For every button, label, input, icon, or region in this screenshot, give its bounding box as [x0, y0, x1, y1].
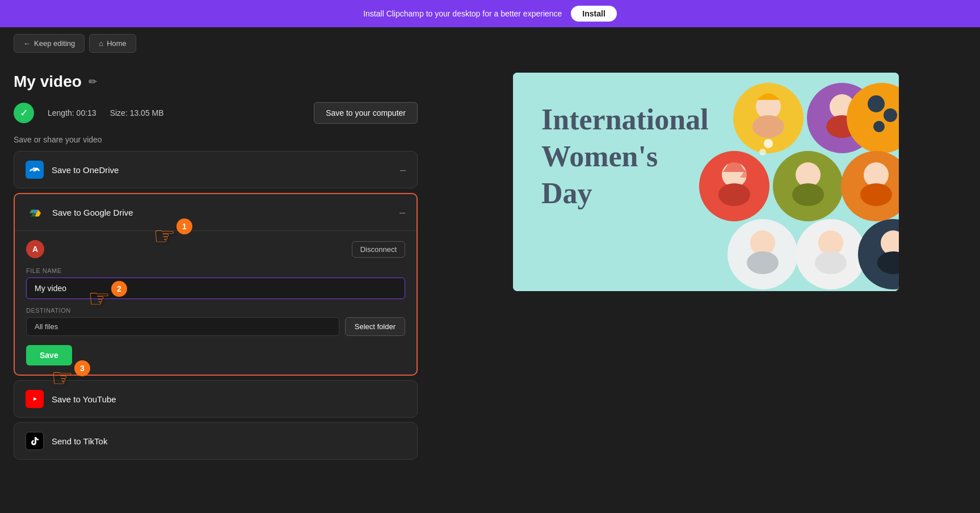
svg-point-13 — [873, 121, 885, 132]
youtube-option[interactable]: Save to YouTube — [14, 380, 418, 418]
gdrive-panel: Save to Google Drive – A Disconnect FILE… — [14, 193, 418, 376]
tiktok-icon — [26, 432, 44, 450]
destination-row: All files Select folder — [26, 317, 405, 336]
top-banner: Install Clipchamp to your desktop for a … — [0, 0, 980, 27]
gdrive-collapse-icon: – — [399, 207, 405, 218]
install-button[interactable]: Install — [571, 6, 616, 22]
destination-label: DESTINATION — [26, 307, 405, 314]
svg-point-19 — [792, 183, 824, 206]
keep-editing-button[interactable]: ← Keep editing — [14, 34, 85, 53]
svg-point-35 — [759, 149, 766, 155]
svg-point-16 — [718, 183, 750, 206]
gdrive-content: A Disconnect FILE NAME DESTINATION All f… — [15, 231, 417, 375]
select-folder-button[interactable]: Select folder — [345, 317, 405, 336]
svg-point-6 — [752, 115, 784, 138]
nav-bar: ← Keep editing ⌂ Home — [0, 27, 980, 59]
destination-path: All files — [26, 317, 339, 336]
banner-text: Install Clipchamp to your desktop for a … — [363, 9, 562, 18]
edit-title-icon[interactable]: ✏ — [89, 75, 97, 88]
gdrive-save-button[interactable]: Save — [26, 345, 72, 365]
back-icon: ← — [23, 39, 31, 48]
svg-point-28 — [815, 251, 847, 274]
share-options-list: Save to OneDrive – Save to Google Drive — [14, 151, 418, 460]
left-panel: My video ✏ ✓ Length: 00:13 Size: 13.05 M… — [0, 59, 431, 513]
youtube-icon — [26, 390, 44, 408]
gdrive-icon — [26, 203, 44, 221]
video-size: Size: 13.05 MB — [110, 108, 164, 117]
account-avatar: A — [26, 240, 44, 258]
section-label: Save or share your video — [14, 135, 418, 144]
svg-point-11 — [868, 95, 885, 112]
account-row: A Disconnect — [26, 240, 405, 258]
svg-text:Women's: Women's — [541, 140, 658, 173]
success-icon: ✓ — [14, 103, 34, 123]
onedrive-label: Save to OneDrive — [52, 165, 119, 175]
gdrive-header[interactable]: Save to Google Drive – — [15, 194, 417, 231]
right-panel: International Women's Day — [431, 59, 980, 513]
svg-text:Day: Day — [541, 177, 592, 209]
svg-point-12 — [884, 108, 897, 122]
youtube-label: Save to YouTube — [52, 394, 116, 404]
video-length: Length: 00:13 — [48, 108, 96, 117]
disconnect-button[interactable]: Disconnect — [352, 241, 405, 258]
main-layout: My video ✏ ✓ Length: 00:13 Size: 13.05 M… — [0, 59, 980, 513]
gdrive-label: Save to Google Drive — [52, 208, 133, 217]
save-to-computer-button[interactable]: Save to your computer — [314, 102, 418, 124]
onedrive-option[interactable]: Save to OneDrive – — [14, 151, 418, 188]
home-button[interactable]: ⌂ Home — [89, 34, 136, 53]
video-title-row: My video ✏ — [14, 73, 418, 91]
file-name-label: FILE NAME — [26, 267, 405, 274]
video-preview: International Women's Day — [513, 73, 899, 291]
tiktok-label: Send to TikTok — [52, 436, 107, 446]
svg-point-34 — [764, 139, 773, 148]
tiktok-option[interactable]: Send to TikTok — [14, 422, 418, 460]
svg-text:International: International — [541, 103, 709, 136]
video-meta-row: ✓ Length: 00:13 Size: 13.05 MB Save to y… — [14, 102, 418, 124]
file-name-input[interactable] — [26, 277, 405, 299]
home-icon: ⌂ — [99, 39, 103, 48]
svg-point-22 — [860, 183, 892, 206]
onedrive-icon — [26, 161, 44, 179]
svg-point-25 — [747, 251, 779, 274]
page-title: My video — [14, 73, 82, 91]
onedrive-collapse-icon: – — [400, 164, 406, 176]
